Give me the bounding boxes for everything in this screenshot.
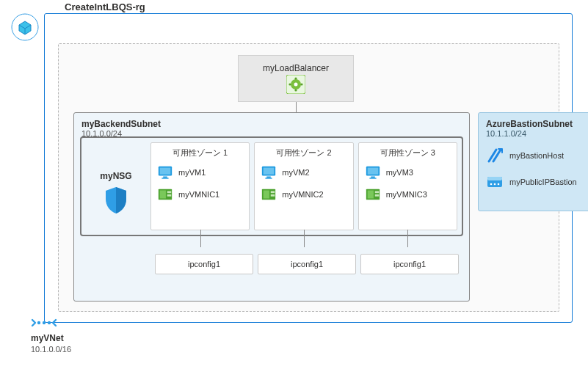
bastion-subnet-box: AzureBastionSubnet 10.1.1.0/24 myBastion… <box>478 112 588 211</box>
zone-2-nic-label: myVMNIC2 <box>282 190 323 199</box>
svg-rect-15 <box>161 178 168 178</box>
vnet-cidr: 10.1.0.0/16 <box>31 345 71 354</box>
svg-rect-13 <box>160 168 171 175</box>
svg-rect-18 <box>167 191 172 193</box>
zone-1-title: 可用性ゾーン 1 <box>156 147 244 158</box>
availability-zone-2: 可用性ゾーン 2 myVM2 myVMNIC2 <box>254 142 353 230</box>
svg-rect-30 <box>371 177 375 178</box>
svg-point-39 <box>494 183 496 186</box>
zone-2-vm: myVM2 <box>261 164 346 180</box>
bastion-pip-label: myPublicIPBastion <box>509 178 577 186</box>
svg-point-40 <box>498 183 500 186</box>
nsg-label: myNSG <box>100 171 131 181</box>
svg-rect-26 <box>271 191 275 193</box>
svg-rect-35 <box>374 194 379 197</box>
svg-rect-33 <box>367 191 373 199</box>
vm-icon <box>157 164 173 180</box>
load-balancer-label: myLoadBalancer <box>263 63 329 73</box>
public-ip-icon <box>486 173 504 191</box>
nsg-column: myNSG <box>81 138 150 235</box>
resource-group-icon <box>11 13 39 41</box>
vm-icon <box>365 164 381 180</box>
svg-point-43 <box>48 321 51 324</box>
zone-3-nic: myVMNIC3 <box>365 186 451 202</box>
svg-point-6 <box>288 83 291 85</box>
zone-3-title: 可用性ゾーン 3 <box>363 147 452 158</box>
zone-1-connector <box>200 230 201 247</box>
zones-row: 可用性ゾーン 1 myVM1 myVMNIC1 可用性ゾーン 2 <box>150 138 462 235</box>
svg-rect-14 <box>163 177 167 178</box>
nsg-zone-container: myNSG 可用性ゾーン 1 myVM1 <box>80 136 463 236</box>
shield-icon <box>104 186 128 215</box>
vnet-label: myVNet <box>31 333 64 343</box>
nic-icon <box>261 186 277 202</box>
svg-rect-27 <box>271 194 275 197</box>
availability-zone-1: 可用性ゾーン 1 myVM1 myVMNIC1 <box>150 142 250 230</box>
bastion-icon <box>486 147 504 164</box>
zone-1-vm: myVM1 <box>157 164 243 180</box>
bastion-subnet-cidr: 10.1.1.0/24 <box>486 129 588 138</box>
load-balancer-box: myLoadBalancer <box>238 55 354 102</box>
resource-group-container: myLoadBalancer TestVM my <box>44 13 573 323</box>
svg-rect-19 <box>167 194 172 197</box>
svg-point-3 <box>294 83 298 87</box>
svg-point-7 <box>300 83 302 85</box>
resource-group-title: CreateIntLBQS-rg <box>65 1 145 12</box>
svg-rect-29 <box>367 168 378 175</box>
zone-1-nic: myVMNIC1 <box>157 186 243 202</box>
svg-rect-23 <box>266 178 272 178</box>
ipconfig-3: ipconfig1 <box>360 254 459 274</box>
zone-2-connector <box>304 230 305 247</box>
zone-2-title: 可用性ゾーン 2 <box>259 147 348 158</box>
svg-rect-17 <box>160 191 166 199</box>
svg-point-41 <box>37 321 40 324</box>
vnet-container: myLoadBalancer TestVM my <box>58 43 559 312</box>
zone-1-vm-label: myVM1 <box>178 168 206 177</box>
backend-subnet-title: myBackendSubnet <box>81 119 462 129</box>
bastion-subnet-title: AzureBastionSubnet <box>486 119 588 129</box>
svg-rect-31 <box>369 178 376 178</box>
zone-3-nic-label: myVMNIC3 <box>386 190 427 199</box>
zone-3-connector <box>407 230 408 247</box>
svg-rect-21 <box>264 168 275 175</box>
availability-zone-3: 可用性ゾーン 3 myVM3 myVMNIC3 <box>358 142 457 230</box>
ipconfig-2: ipconfig1 <box>258 254 356 274</box>
zone-1-nic-label: myVMNIC1 <box>178 190 219 199</box>
svg-point-42 <box>43 321 46 324</box>
zone-3-vm-label: myVM3 <box>386 168 413 177</box>
svg-point-4 <box>294 77 297 79</box>
svg-rect-22 <box>267 177 272 178</box>
nic-icon <box>365 186 381 202</box>
load-balancer-icon <box>286 75 305 94</box>
zone-3-vm: myVM3 <box>365 164 451 180</box>
bastion-host-row: myBastionHost <box>486 147 588 164</box>
svg-point-5 <box>294 89 297 91</box>
backend-subnet-box: myBackendSubnet 10.1.0.0/24 myNSG 可用性ゾーン… <box>73 112 470 302</box>
bastion-host-label: myBastionHost <box>509 151 564 160</box>
zone-2-nic: myVMNIC2 <box>261 186 346 202</box>
nic-icon <box>157 186 173 202</box>
vnet-icon <box>31 315 57 330</box>
ipconfig-1: ipconfig1 <box>155 254 253 274</box>
vm-icon <box>261 164 277 180</box>
zone-2-vm-label: myVM2 <box>282 168 309 177</box>
svg-rect-25 <box>264 191 269 199</box>
svg-point-38 <box>490 183 493 186</box>
svg-rect-37 <box>487 177 502 180</box>
bastion-pip-row: myPublicIPBastion <box>486 173 588 191</box>
svg-rect-34 <box>374 191 379 193</box>
ipconfig-row: ipconfig1 ipconfig1 ipconfig1 <box>155 254 459 274</box>
